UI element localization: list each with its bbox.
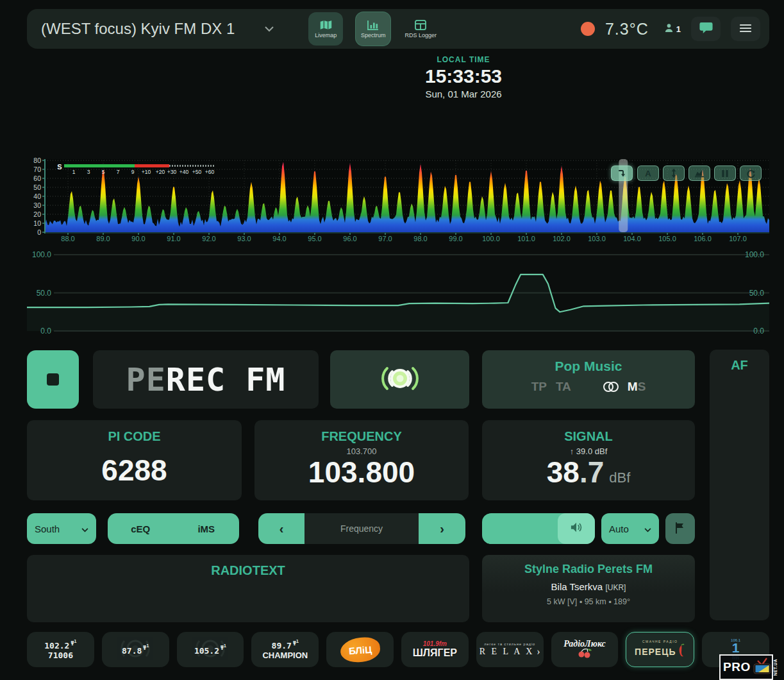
volume-slider[interactable]	[482, 513, 595, 544]
ims-toggle[interactable]: iMS	[174, 523, 240, 534]
signal-title: SIGNAL	[564, 429, 613, 444]
svg-text:93.0: 93.0	[237, 235, 251, 242]
spectrum-button[interactable]: Spectrum	[356, 12, 390, 46]
svg-text:20: 20	[33, 210, 41, 218]
map-icon	[320, 20, 332, 30]
rds-logger-button[interactable]: RDS Logger	[403, 12, 438, 46]
svg-text:103.0: 103.0	[588, 235, 606, 242]
topbar-right: 7.3°C 1	[581, 17, 760, 41]
preset-bar: 102.2Ψ17100687.8Ψ1105.2Ψ189.7Ψ1CHAMPIONБ…	[27, 632, 769, 667]
local-clock: LOCAL TIME 15:33:53 Sun, 01 Mar 2026	[425, 55, 502, 99]
svg-text:0.0: 0.0	[40, 327, 51, 336]
frequency-secondary: 103.700	[347, 446, 377, 456]
frequency-input[interactable]	[304, 513, 419, 544]
svg-text:95.0: 95.0	[308, 235, 321, 242]
cherries-icon	[576, 648, 593, 661]
preset-8[interactable]: РадіоЛюкс	[551, 632, 619, 667]
svg-text:98.0: 98.0	[413, 235, 427, 242]
svg-text:99.0: 99.0	[449, 235, 462, 242]
preset-9[interactable]: СМАЧНЕ РАДІОПЕРЕЦЬ	[626, 632, 694, 667]
protv-watermark: PRO NET.UA	[719, 654, 773, 680]
autoscale-button[interactable]	[663, 166, 685, 181]
graph-style-button[interactable]	[688, 166, 710, 181]
svg-text:97.0: 97.0	[378, 235, 392, 242]
preset-3[interactable]: 105.2Ψ1	[177, 632, 244, 667]
nav-buttons: Livemap Spectrum RDS Logger	[308, 12, 438, 46]
svg-text:+10: +10	[142, 169, 151, 175]
svg-text:88.0: 88.0	[61, 235, 74, 242]
preset-7[interactable]: легке та стильне радіоR E L A X›	[476, 632, 544, 667]
livemap-button[interactable]: Livemap	[308, 12, 343, 46]
ceq-toggle[interactable]: cEQ	[108, 523, 174, 534]
preset-5[interactable]: БЛіЦ	[326, 632, 394, 667]
svg-text:60: 60	[33, 174, 41, 182]
stereo-pulse-icon	[369, 362, 431, 398]
pause-button[interactable]	[714, 166, 736, 181]
svg-text:50: 50	[33, 183, 41, 191]
station-city: Bila Tserkva [UKR]	[551, 581, 626, 592]
svg-text:105.0: 105.0	[658, 235, 676, 242]
scroll-to-tuned-button[interactable]	[611, 166, 633, 181]
svg-text:3: 3	[87, 169, 90, 175]
svg-text:9: 9	[131, 169, 135, 175]
blitz-logo: БЛіЦ	[339, 635, 381, 663]
svg-text:+30: +30	[167, 169, 177, 175]
chat-icon	[699, 22, 713, 36]
tv-icon	[752, 657, 772, 677]
clock-time: 15:33:53	[425, 65, 502, 87]
chevron-down-icon[interactable]	[265, 26, 274, 32]
frequency-value: 103.800	[308, 456, 415, 489]
flag-icon	[675, 522, 685, 536]
radiotext-panel: RADIOTEXT	[27, 555, 469, 622]
volume-slider-thumb[interactable]	[558, 513, 595, 544]
station-details: 5 kW [V] ▪ 95 km ▪ 189°	[547, 597, 630, 606]
svg-text:+40: +40	[179, 169, 189, 175]
svg-text:50.0: 50.0	[749, 289, 765, 298]
preset-2[interactable]: 87.8Ψ1	[102, 632, 169, 667]
refresh-button[interactable]	[740, 166, 762, 181]
play-stop-button[interactable]	[27, 350, 79, 409]
report-flag-button[interactable]	[665, 513, 695, 544]
tune-down-button[interactable]: ‹	[258, 513, 304, 544]
af-title: AF	[731, 358, 748, 373]
svg-text:100.0: 100.0	[482, 235, 500, 242]
menu-button[interactable]	[731, 17, 760, 41]
auto-mode-button[interactable]: A	[637, 166, 659, 181]
signal-value-int: 38	[547, 456, 580, 489]
ps-lit-segment: REC FM	[166, 361, 286, 398]
svg-text:92.0: 92.0	[202, 235, 215, 242]
svg-text:+20: +20	[156, 169, 165, 175]
svg-text:96.0: 96.0	[343, 235, 356, 242]
signal-panel: SIGNAL ↑ 39.0 dBf 38 .7 dBf	[482, 420, 695, 500]
frequency-panel[interactable]: FREQUENCY 103.700 103.800	[254, 420, 469, 500]
svg-text:7: 7	[117, 169, 120, 175]
top-bar: (WEST focus) Kyiv FM DX 1 Livemap Spectr…	[27, 9, 769, 49]
svg-text:100.0: 100.0	[745, 250, 764, 259]
frequency-title: FREQUENCY	[321, 429, 402, 444]
clock-date: Sun, 01 Mar 2026	[425, 89, 502, 99]
ukraine-flag-icon	[241, 23, 258, 35]
speaker-icon	[570, 522, 583, 536]
listener-count: 1	[664, 23, 681, 35]
svg-text:89.0: 89.0	[96, 235, 110, 242]
chat-button[interactable]	[691, 17, 721, 41]
ta-flag: TA	[556, 380, 571, 394]
mode-select[interactable]: Auto	[601, 513, 659, 544]
preset-1[interactable]: 102.2Ψ171006	[27, 632, 94, 667]
svg-text:+50: +50	[192, 169, 202, 175]
antenna-select[interactable]: South	[27, 513, 96, 544]
af-list-panel: AF	[710, 350, 769, 620]
svg-text:102.0: 102.0	[553, 235, 571, 242]
svg-text:80: 80	[33, 157, 41, 164]
svg-text:S: S	[57, 163, 62, 171]
tune-up-button[interactable]: ›	[419, 513, 465, 544]
svg-text:104.0: 104.0	[623, 235, 641, 242]
speech-flag: S	[638, 380, 646, 394]
svg-text:91.0: 91.0	[167, 235, 180, 242]
preset-4[interactable]: 89.7Ψ1CHAMPION	[251, 632, 319, 667]
station-info-panel[interactable]: Stylne Radio Perets FM Bila Tserkva [UKR…	[482, 555, 695, 622]
user-icon	[664, 23, 674, 35]
preset-6[interactable]: 101.9fmШЛЯГЕР	[401, 632, 469, 667]
svg-text:0: 0	[37, 228, 41, 236]
server-title[interactable]: (WEST focus) Kyiv FM DX 1	[41, 20, 235, 38]
